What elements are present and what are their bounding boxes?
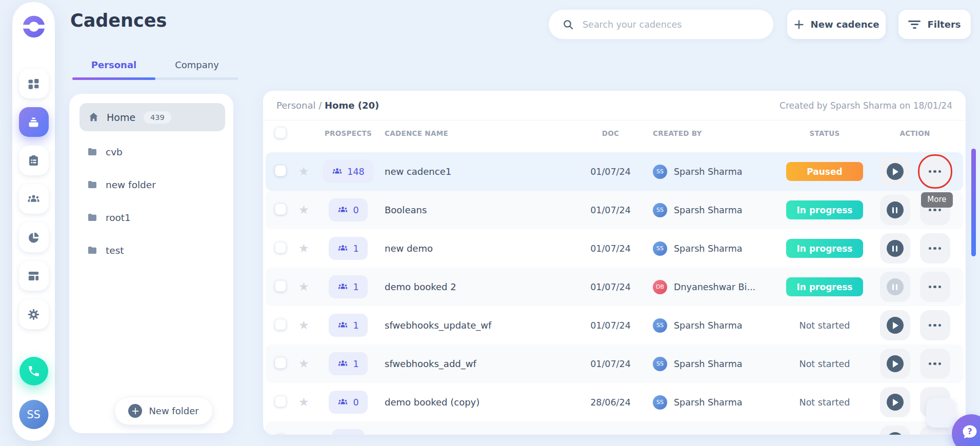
folder-item[interactable]: root1 bbox=[79, 201, 225, 234]
creator-avatar: DB bbox=[653, 280, 667, 294]
phone-dialer-button[interactable] bbox=[19, 357, 48, 386]
play-pause-button[interactable] bbox=[880, 349, 910, 379]
prospects-people-icon bbox=[332, 166, 343, 177]
search-bar bbox=[548, 9, 774, 39]
filters-button[interactable]: Filters bbox=[898, 10, 971, 39]
play-pause-icon bbox=[887, 394, 904, 411]
sidebar: SS bbox=[12, 2, 55, 441]
cadence-name[interactable]: sfwebhooks_update_wf bbox=[378, 320, 584, 331]
breadcrumb-parent[interactable]: Personal / bbox=[276, 100, 325, 111]
play-pause-button[interactable] bbox=[880, 425, 910, 435]
nav-cadences-icon[interactable] bbox=[19, 107, 49, 137]
folder-item[interactable]: new folder bbox=[79, 168, 225, 201]
new-cadence-button[interactable]: New cadence bbox=[787, 10, 886, 39]
favorite-star-icon[interactable]: ★ bbox=[298, 280, 309, 293]
more-dots-icon bbox=[929, 362, 942, 366]
select-all-checkbox[interactable] bbox=[275, 127, 286, 138]
folder-name: root1 bbox=[106, 212, 131, 223]
cadence-name[interactable]: demo booked (copy) bbox=[378, 397, 584, 408]
favorite-star-icon[interactable]: ★ bbox=[298, 165, 309, 178]
creator-avatar: SS bbox=[653, 241, 667, 256]
play-pause-icon bbox=[887, 278, 904, 295]
prospects-badge[interactable]: 0 bbox=[329, 198, 367, 221]
favorite-star-icon[interactable]: ★ bbox=[298, 203, 309, 216]
row-checkbox[interactable] bbox=[275, 165, 286, 176]
app-logo-icon[interactable] bbox=[21, 13, 47, 40]
row-checkbox[interactable] bbox=[275, 434, 286, 435]
row-checkbox[interactable] bbox=[275, 319, 286, 330]
more-tooltip: More bbox=[921, 192, 952, 208]
nav-reports-icon[interactable] bbox=[19, 222, 49, 252]
nav-settings-icon[interactable] bbox=[19, 299, 49, 329]
more-dots-icon bbox=[929, 324, 942, 327]
prospects-people-icon bbox=[337, 243, 348, 254]
more-button[interactable] bbox=[920, 349, 950, 379]
favorite-star-icon[interactable]: ★ bbox=[298, 357, 309, 370]
plus-circle-icon: + bbox=[128, 404, 142, 418]
prospects-people-icon bbox=[337, 320, 348, 331]
more-button[interactable] bbox=[920, 272, 950, 302]
favorite-star-icon[interactable]: ★ bbox=[298, 434, 309, 435]
folder-item[interactable]: cvb bbox=[79, 135, 225, 168]
prospects-badge[interactable]: 1 bbox=[329, 352, 367, 375]
created-info: Created by Sparsh Sharma on 18/01/24 bbox=[779, 100, 952, 111]
play-pause-button[interactable] bbox=[880, 387, 910, 417]
favorite-star-icon[interactable]: ★ bbox=[298, 318, 309, 332]
cadence-name[interactable]: demo booked 2 bbox=[378, 281, 584, 292]
scrollbar-thumb[interactable] bbox=[971, 149, 976, 256]
cadence-name[interactable]: new demo bbox=[378, 243, 584, 254]
prospects-badge[interactable]: 1 bbox=[329, 275, 367, 298]
folder-icon bbox=[87, 179, 98, 190]
row-checkbox[interactable] bbox=[275, 396, 286, 407]
play-pause-button[interactable] bbox=[880, 156, 910, 187]
row-checkbox[interactable] bbox=[275, 280, 286, 292]
folder-item[interactable]: test bbox=[79, 234, 225, 267]
folder-name: cvb bbox=[106, 147, 123, 157]
more-button[interactable] bbox=[920, 233, 950, 263]
nav-dashboard-icon[interactable] bbox=[19, 69, 49, 98]
prospects-badge[interactable]: 148 bbox=[323, 160, 373, 183]
status-badge: In progress bbox=[786, 277, 863, 296]
favorite-star-icon[interactable]: ★ bbox=[298, 395, 309, 409]
cadence-name[interactable]: sfwebhooks_add_wf bbox=[378, 358, 584, 369]
row-checkbox[interactable] bbox=[275, 357, 286, 369]
prospects-people-icon bbox=[337, 205, 348, 215]
cadence-name[interactable]: new cadence1 bbox=[378, 166, 584, 177]
user-avatar[interactable]: SS bbox=[19, 400, 48, 429]
more-button[interactable]: More bbox=[920, 156, 950, 187]
play-pause-button[interactable] bbox=[880, 195, 910, 225]
more-button[interactable] bbox=[920, 310, 950, 340]
row-checkbox[interactable] bbox=[275, 204, 286, 215]
tab-personal[interactable]: Personal bbox=[72, 56, 155, 77]
prospects-people-icon bbox=[337, 281, 348, 292]
tab-company[interactable]: Company bbox=[155, 56, 238, 77]
play-pause-button[interactable] bbox=[880, 233, 910, 263]
prospects-badge[interactable] bbox=[332, 429, 365, 435]
folder-item-home[interactable]: Home 439 bbox=[79, 103, 225, 131]
nav-templates-icon[interactable] bbox=[19, 261, 49, 291]
col-header-created-by: CREATED BY bbox=[653, 129, 773, 137]
folder-name: test bbox=[106, 245, 124, 256]
doc-date: 01/07/24 bbox=[584, 359, 637, 369]
nav-tasks-icon[interactable] bbox=[19, 146, 49, 175]
row-checkbox[interactable] bbox=[275, 242, 286, 253]
favorite-star-icon[interactable]: ★ bbox=[298, 241, 309, 255]
search-input[interactable] bbox=[583, 19, 763, 30]
creator-name: Sparsh Sharma bbox=[674, 167, 743, 177]
table-row: ★ bbox=[266, 421, 963, 435]
breadcrumb: Personal / Home (20) bbox=[276, 100, 379, 111]
play-pause-button[interactable] bbox=[880, 310, 910, 340]
play-pause-button[interactable] bbox=[880, 272, 910, 302]
tab-underline-track bbox=[72, 77, 238, 80]
prospects-badge[interactable]: 1 bbox=[329, 237, 367, 260]
cadence-name[interactable]: Booleans bbox=[378, 205, 584, 215]
prospects-badge[interactable]: 1 bbox=[329, 314, 367, 337]
folder-icon bbox=[87, 245, 98, 256]
table-row: ★ 1 new demo 01/07/24 SS Sparsh Sharma I… bbox=[266, 229, 963, 268]
sidebar-nav bbox=[19, 69, 49, 338]
prospects-badge[interactable]: 0 bbox=[329, 391, 367, 414]
home-folder-count-badge: 439 bbox=[144, 111, 171, 124]
new-folder-button[interactable]: + New folder bbox=[114, 397, 213, 425]
nav-prospects-icon[interactable] bbox=[19, 184, 49, 214]
status-badge: Not started bbox=[799, 320, 850, 331]
